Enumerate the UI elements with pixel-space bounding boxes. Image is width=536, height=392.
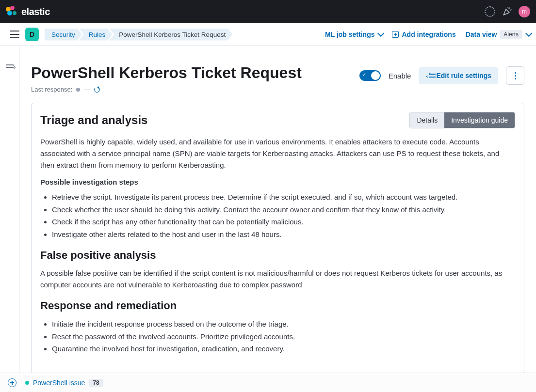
- timeline-item[interactable]: PowerShell issue 78: [25, 379, 103, 387]
- brand-logo[interactable]: elastic: [6, 6, 50, 17]
- crumb-security[interactable]: Security: [45, 29, 82, 41]
- status-dot-icon: [76, 88, 80, 92]
- timeline-bar: PowerShell issue 78: [0, 373, 536, 392]
- global-header: elastic m: [0, 0, 536, 23]
- newsfeed-icon[interactable]: [502, 7, 512, 16]
- data-view-selector[interactable]: Data view Alerts: [466, 30, 530, 39]
- response-steps-list: Initiate the incident response process b…: [40, 318, 515, 355]
- elastic-logo-icon: [6, 6, 17, 17]
- triage-heading: Triage and analysis: [40, 113, 147, 127]
- tab-details[interactable]: Details: [410, 112, 444, 128]
- chevron-down-icon: [378, 30, 385, 37]
- edit-rule-button[interactable]: Edit rule settings: [419, 67, 498, 84]
- crumb-rules[interactable]: Rules: [79, 29, 113, 41]
- user-avatar[interactable]: m: [519, 6, 530, 17]
- chevron-down-icon: [525, 30, 532, 37]
- intro-text: PowerShell is highly capable, widely use…: [40, 136, 515, 171]
- expand-nav-icon[interactable]: [6, 64, 14, 70]
- list-item: Investigate other alerts related to the …: [52, 228, 515, 241]
- more-actions-button[interactable]: [506, 66, 524, 85]
- timeline-status-dot-icon: [25, 381, 29, 385]
- sliders-icon: [425, 73, 432, 78]
- add-integration-icon: [392, 31, 399, 38]
- false-positive-text: A possible false positive can be identif…: [40, 267, 515, 291]
- response-heading: Response and remediation: [40, 299, 515, 312]
- enable-toggle[interactable]: [359, 70, 381, 81]
- space-initial: D: [30, 31, 34, 38]
- add-integrations-link[interactable]: Add integrations: [392, 31, 455, 38]
- list-item: Reset the password of the involved accou…: [52, 330, 515, 343]
- refresh-icon[interactable]: [94, 87, 100, 93]
- nav-toggle-icon[interactable]: [10, 31, 19, 38]
- false-positive-heading: False positive analysis: [40, 249, 515, 262]
- page-title: PowerShell Kerberos Ticket Request: [31, 63, 302, 82]
- add-timeline-icon[interactable]: [8, 378, 16, 387]
- collapsed-side-nav: [0, 46, 19, 373]
- investigation-guide-card: Triage and analysis Details Investigatio…: [31, 103, 524, 373]
- tab-investigation-guide[interactable]: Investigation guide: [444, 112, 515, 128]
- steps-heading: Possible investigation steps: [40, 178, 515, 186]
- list-item: Retrieve the script. Investigate its par…: [52, 191, 515, 204]
- timeline-count-badge: 78: [89, 379, 103, 387]
- content-tab-group: Details Investigation guide: [409, 112, 515, 128]
- ml-job-settings-link[interactable]: ML job settings: [325, 31, 382, 38]
- list-item: Check if the script has any other functi…: [52, 216, 515, 228]
- investigation-steps-list: Retrieve the script. Investigate its par…: [40, 191, 515, 240]
- brand-name: elastic: [21, 6, 50, 17]
- list-item: Quarantine the involved host for investi…: [52, 343, 515, 355]
- crumb-current: PowerShell Kerberos Ticket Request: [109, 29, 232, 41]
- enable-label: Enable: [389, 72, 411, 80]
- list-item: Check whether the user should be doing t…: [52, 204, 515, 216]
- header-right-group: m: [485, 6, 530, 17]
- list-item: Initiate the incident response process b…: [52, 318, 515, 330]
- avatar-initial: m: [522, 8, 527, 15]
- sub-header: D Security Rules PowerShell Kerberos Tic…: [0, 23, 536, 46]
- space-selector[interactable]: D: [25, 28, 39, 41]
- breadcrumb: Security Rules PowerShell Kerberos Ticke…: [45, 29, 232, 41]
- last-response-status: Last response: —: [31, 86, 302, 93]
- timeline-name: PowerShell issue: [33, 379, 85, 387]
- help-icon[interactable]: [485, 6, 495, 17]
- alerts-badge: Alerts: [500, 30, 522, 39]
